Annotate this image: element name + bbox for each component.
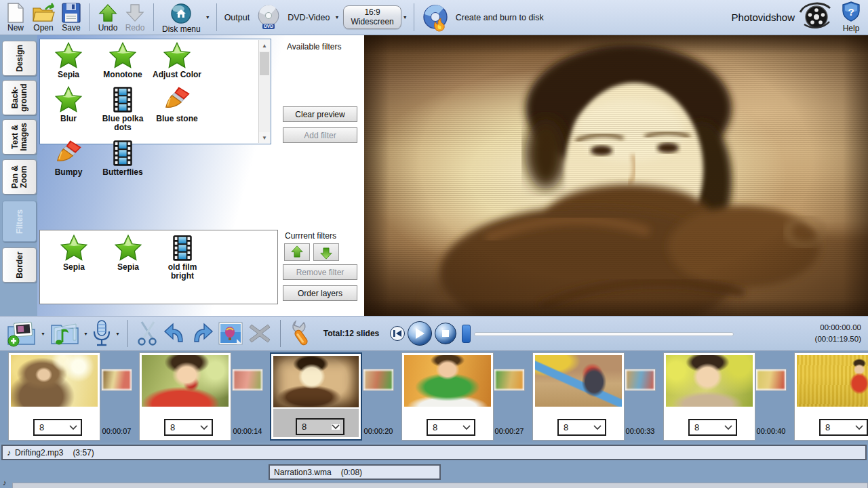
- filter-item[interactable]: Blur: [43, 86, 94, 132]
- redo-button[interactable]: Redo: [121, 1, 149, 33]
- record-narration-button[interactable]: [92, 319, 112, 348]
- slide-duration-select[interactable]: 8: [557, 419, 606, 436]
- slide-duration-select[interactable]: 8: [819, 419, 868, 436]
- slide-duration-select[interactable]: 8: [427, 419, 475, 436]
- slider-handle[interactable]: [462, 325, 471, 343]
- filter-item[interactable]: Adjust Color: [151, 42, 203, 79]
- audio-track-partial[interactable]: [12, 483, 868, 488]
- add-music-button[interactable]: [49, 320, 80, 347]
- save-floppy-icon: [62, 3, 81, 23]
- filter-item[interactable]: Monotone: [97, 42, 149, 79]
- sidebar-tab-strip: Design Back- ground Text & Images Pan & …: [0, 35, 37, 316]
- narration-track-clip[interactable]: Narration3.wma (0:08): [269, 464, 441, 480]
- tab-border[interactable]: Border: [2, 247, 37, 283]
- skip-to-start-button[interactable]: [390, 326, 405, 341]
- new-button[interactable]: New: [3, 1, 28, 33]
- slide-preview-image: [364, 35, 868, 316]
- slide-photo: [142, 355, 229, 407]
- star-icon: [55, 42, 82, 69]
- remove-filter-button[interactable]: Remove filter: [283, 264, 357, 280]
- slide-card-1[interactable]: 8: [8, 352, 100, 441]
- current-filters-list: Sepia Sepia old film bright: [39, 230, 278, 304]
- slide-card-7[interactable]: 8: [794, 352, 868, 441]
- transition-thumb[interactable]: [494, 369, 524, 390]
- tab-design[interactable]: Design: [2, 41, 37, 76]
- undo-button[interactable]: Undo: [94, 1, 121, 33]
- add-photos-button[interactable]: [6, 320, 37, 347]
- current-filter-item[interactable]: old film bright: [157, 235, 208, 297]
- slide-card-4[interactable]: 8: [401, 352, 494, 441]
- narration-dropdown-icon[interactable]: ▼: [115, 331, 120, 336]
- scrollbar-thumb[interactable]: [260, 52, 269, 75]
- slide-card-6[interactable]: 8: [663, 352, 755, 441]
- scroll-down-icon[interactable]: ▼: [259, 132, 270, 143]
- brand-logo-text: Photovidshow: [732, 12, 795, 23]
- playback-time: 00:00:00.00 (00:01:19.50): [815, 322, 861, 344]
- move-filter-up-button[interactable]: [284, 243, 310, 261]
- move-filter-down-button[interactable]: [313, 243, 339, 261]
- slide-card-5[interactable]: 8: [532, 352, 625, 441]
- cut-button[interactable]: [136, 320, 159, 347]
- chevron-down-icon: [855, 425, 863, 430]
- play-button[interactable]: [408, 321, 432, 346]
- music-note-icon: ♪: [3, 479, 7, 487]
- open-folder-icon: [32, 3, 55, 23]
- transition-thumb[interactable]: [233, 369, 262, 390]
- slide-duration-select[interactable]: 8: [33, 419, 82, 436]
- available-filters-label: Available filters: [287, 42, 341, 52]
- current-filter-item[interactable]: Sepia: [102, 235, 154, 297]
- open-button[interactable]: Open: [28, 1, 58, 33]
- aspect-dropdown-icon[interactable]: ▼: [403, 15, 408, 20]
- film-icon: [109, 140, 136, 167]
- dvd-video-select[interactable]: DVD-Video▼: [285, 1, 343, 33]
- clear-preview-button[interactable]: Clear preview: [283, 106, 357, 122]
- tab-pan-zoom[interactable]: Pan & Zoom: [2, 159, 37, 195]
- filter-item[interactable]: Blue polka dots: [97, 86, 149, 132]
- add-filter-button[interactable]: Add filter: [283, 127, 357, 143]
- slide-card-2[interactable]: 8: [139, 352, 231, 441]
- scroll-up-icon[interactable]: ▲: [259, 40, 270, 51]
- transition-thumb[interactable]: [625, 369, 655, 390]
- add-music-dropdown-icon[interactable]: ▼: [83, 331, 88, 336]
- settings-wrench-button[interactable]: [289, 320, 315, 347]
- filter-item[interactable]: Blue stone: [151, 86, 203, 132]
- disk-menu-button[interactable]: Disk menu: [159, 1, 204, 33]
- filter-item[interactable]: Bumpy: [43, 140, 94, 177]
- music-track-clip[interactable]: ♪ Drifting2.mp3 (3:57): [1, 445, 867, 460]
- delete-slide-button[interactable]: [248, 322, 272, 345]
- current-filter-item[interactable]: Sepia: [48, 235, 100, 297]
- redo-edit-button[interactable]: [191, 321, 214, 346]
- slide-duration-select[interactable]: 8: [164, 419, 213, 436]
- redo-arrow-icon: [125, 3, 145, 23]
- save-button[interactable]: Save: [58, 1, 84, 33]
- burn-disc-icon[interactable]: [419, 1, 453, 33]
- slide-duration-select[interactable]: 8: [688, 419, 737, 436]
- add-photos-dropdown-icon[interactable]: ▼: [41, 331, 45, 336]
- tab-text-images[interactable]: Text & Images: [2, 119, 37, 155]
- order-layers-button[interactable]: Order layers: [283, 285, 357, 301]
- chevron-down-icon: [593, 425, 601, 430]
- filter-item[interactable]: Butterflies: [97, 140, 149, 177]
- slide-duration-select[interactable]: 8: [296, 418, 344, 435]
- tab-background[interactable]: Back- ground: [2, 80, 37, 115]
- music-track-name: Drifting2.mp3: [15, 448, 63, 458]
- disk-menu-dropdown-icon[interactable]: ▼: [205, 15, 210, 20]
- paste-slide-button[interactable]: [218, 321, 243, 346]
- stop-button[interactable]: [435, 323, 456, 344]
- slider-track[interactable]: [474, 332, 733, 336]
- help-button[interactable]: ? Help: [842, 1, 865, 33]
- transition-thumb[interactable]: [102, 369, 132, 390]
- playback-slider[interactable]: [458, 317, 814, 350]
- undo-edit-button[interactable]: [163, 321, 186, 346]
- burn-label[interactable]: Create and burn to disk: [453, 1, 547, 33]
- slide-card-3-selected[interactable]: 8: [270, 352, 362, 441]
- filters-scrollbar[interactable]: ▲ ▼: [258, 40, 270, 143]
- brush-icon: [55, 140, 82, 167]
- filter-item[interactable]: Sepia: [43, 42, 94, 79]
- transition-thumb[interactable]: [756, 369, 786, 390]
- tab-filters[interactable]: Filters: [2, 201, 37, 242]
- chevron-down-icon: [200, 425, 208, 430]
- gap-timestamp: 00:00:07: [96, 427, 137, 435]
- aspect-ratio-button[interactable]: 16:9 Widescreen: [343, 5, 401, 30]
- transition-thumb[interactable]: [363, 369, 393, 390]
